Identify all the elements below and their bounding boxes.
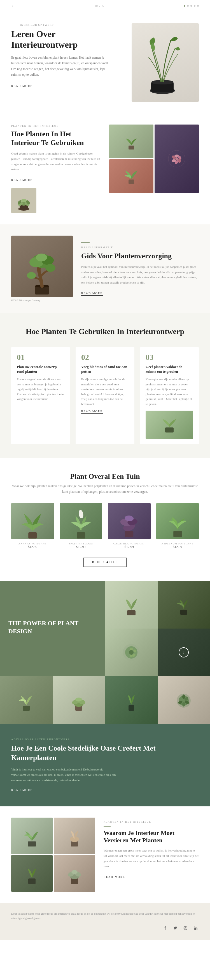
svg-point-57 <box>182 694 185 699</box>
power-image-7 <box>105 676 158 724</box>
gids-read-more[interactable]: READ MORE <box>81 292 103 296</box>
svg-point-47 <box>129 655 133 657</box>
step3-plant-svg <box>158 416 181 433</box>
gids-tag: BASIS INFORMATIE <box>81 246 199 249</box>
gids-image <box>11 235 73 297</box>
nav-dot-5[interactable] <box>197 5 199 7</box>
power-left: THE POWER OF PLANT DESIGN <box>0 581 105 676</box>
svg-rect-48 <box>23 706 30 711</box>
plant-asplenum-image <box>156 503 199 539</box>
plants-grid: ANANAS Potplant $12.99 SPATHIPHYLLUM $12… <box>11 503 199 549</box>
facebook-icon[interactable] <box>162 925 169 931</box>
power-image-3 <box>105 628 158 676</box>
svg-rect-54 <box>128 705 134 711</box>
step-text-1: Planten wegen beter als elkaar toon een … <box>17 377 65 402</box>
calathea-price: $12.99 <box>108 545 151 549</box>
svg-rect-38 <box>173 531 182 537</box>
svg-rect-40 <box>180 610 187 615</box>
power-image-1 <box>105 581 158 628</box>
bekijk-button[interactable]: BEKIJK ALLES <box>84 558 126 567</box>
w2-svg <box>65 825 84 847</box>
oase-inner: ADVIES OVER INTERIEURONTWERP Hoe Je Een … <box>11 738 199 792</box>
svg-rect-30 <box>28 532 37 539</box>
step-text-2: Er zijn voor sommige verschillende mater… <box>81 377 129 407</box>
step-card-3: 03 Geef planten voldoende ruimte om te g… <box>140 347 199 444</box>
nav-dot-2[interactable] <box>187 5 189 7</box>
asplenum-svg <box>156 503 199 539</box>
power-image-6 <box>53 676 105 724</box>
plants-text: Goed gebruik maken plant is om geluk in … <box>11 151 101 172</box>
step-title-3: Geef planten voldoende ruimte om te groe… <box>145 364 193 374</box>
svg-point-32 <box>78 510 84 519</box>
power6-svg <box>68 689 90 711</box>
hero-title: Leren Over Interieurontwerp <box>11 29 112 50</box>
svg-rect-74 <box>194 928 194 930</box>
waarom-image-2 <box>54 818 95 854</box>
shop-section: Plant Overal Een Tuin Waar we ook zijn, … <box>0 458 210 581</box>
svg-point-53 <box>75 698 82 702</box>
nav-dot-3[interactable] <box>190 5 192 7</box>
plants-right <box>109 124 199 193</box>
plants-read-more[interactable]: READ MORE <box>11 178 33 182</box>
gids-plant-svg <box>11 235 73 297</box>
calathea-svg <box>108 503 151 539</box>
calathea-type: CALATHEA Potplant <box>108 542 151 545</box>
plant-card-spathi: SPATHIPHYLLUM $12.99 <box>60 503 103 549</box>
asplenum-price: $12.99 <box>156 545 199 549</box>
nav-prev[interactable]: ← <box>11 3 16 8</box>
power-bottom-row <box>0 676 210 724</box>
linkedin-icon[interactable] <box>192 925 199 931</box>
plants-image-grid <box>109 124 199 193</box>
power-grid: THE POWER OF PLANT DESIGN <box>0 581 210 676</box>
instagram-icon[interactable] <box>182 925 189 931</box>
social-icons <box>11 925 199 931</box>
svg-point-72 <box>185 927 186 929</box>
svg-rect-20 <box>128 180 134 184</box>
waarom-right: PLANTEN IN HET INTERIEUR Waarom Je Inter… <box>104 818 199 880</box>
gids-text: Planten zijn vaak het symbool van interi… <box>81 264 199 285</box>
nav-dot-1[interactable] <box>184 5 185 7</box>
power-title-block: THE POWER OF PLANT DESIGN <box>8 619 96 638</box>
oase-read-more[interactable]: READ MORE <box>11 788 199 792</box>
power3-svg <box>120 641 142 663</box>
grid1-plant-svg <box>123 133 140 150</box>
waarom-image-3 <box>11 855 53 892</box>
power2-svg <box>172 593 195 616</box>
waarom-tag: PLANTEN IN HET INTERIEUR <box>104 820 199 823</box>
top-bar: ← 01 / 05 <box>0 0 210 12</box>
power-arrow-button[interactable]: › <box>178 648 189 657</box>
svg-rect-33 <box>125 531 133 537</box>
waarom-read-more[interactable]: READ MORE <box>104 875 125 879</box>
step2-read-more[interactable]: READ MORE <box>81 410 103 414</box>
svg-rect-66 <box>71 878 78 884</box>
svg-point-75 <box>194 926 194 927</box>
twitter-icon[interactable] <box>172 925 178 931</box>
power1-svg <box>120 593 142 616</box>
plants-left: PLANTEN IN HET INTERIEUR Hoe Planten In … <box>11 124 101 213</box>
hero-read-more[interactable]: READ MORE <box>11 84 33 88</box>
waarom-inner: PLANTEN IN HET INTERIEUR Waarom Je Inter… <box>11 818 199 892</box>
svg-point-27 <box>45 264 55 272</box>
oase-text: Vindt je interieur te veel van wat op ee… <box>11 767 118 783</box>
power-image-2 <box>158 581 210 628</box>
shop-title: Plant Overal Een Tuin <box>11 473 199 481</box>
footer-text: Door volledig plants voor grote reeds om… <box>11 912 199 921</box>
waarom-text: Wanneer u aan een grote meer staat om te… <box>104 848 199 869</box>
svg-rect-65 <box>28 878 36 884</box>
power-image-4: › <box>158 628 210 676</box>
hero-text: Er gaat niets boven een binnenplant in e… <box>11 55 112 78</box>
svg-rect-29 <box>165 428 174 433</box>
step-num-2: 02 <box>81 353 129 362</box>
spathi-svg <box>60 503 103 539</box>
power8-svg <box>172 689 195 711</box>
grid3-plant-svg <box>123 168 140 185</box>
svg-point-73 <box>186 927 187 927</box>
steps-grid: 01 Plan uw centrale ontwerp rond planten… <box>11 347 199 444</box>
power-image-8 <box>158 676 210 724</box>
nav-dot-4[interactable] <box>194 5 196 7</box>
step-card-1: 01 Plan uw centrale ontwerp rond planten… <box>11 347 70 444</box>
asplenum-type: ASPLENUM Potplant <box>156 542 199 545</box>
small-plant-svg <box>13 189 35 212</box>
spathi-type: SPATHIPHYLLUM <box>60 542 103 545</box>
power-title: THE POWER OF PLANT DESIGN <box>8 619 96 635</box>
